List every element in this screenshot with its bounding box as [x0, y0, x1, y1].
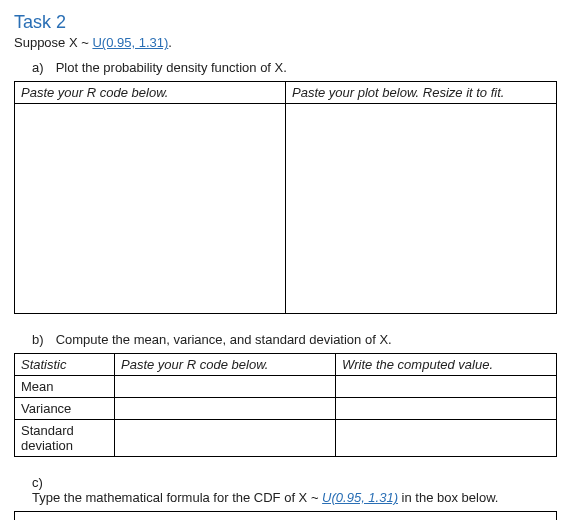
stat-code-cell[interactable] [115, 420, 336, 457]
stat-name: Variance [15, 398, 115, 420]
table-a-plot-cell[interactable] [286, 104, 557, 314]
table-a-header-right: Paste your plot below. Resize it to fit. [286, 82, 557, 104]
item-b-label: b) [32, 332, 52, 347]
item-b-text: Compute the mean, variance, and standard… [56, 332, 392, 347]
stat-name: Mean [15, 376, 115, 398]
table-b: Statistic Paste your R code below. Write… [14, 353, 557, 457]
stat-name: Standard deviation [15, 420, 115, 457]
item-c-label: c) [32, 475, 52, 490]
stat-value-cell[interactable] [336, 420, 557, 457]
item-b: b) Compute the mean, variance, and stand… [32, 332, 557, 347]
item-c-dist-link[interactable]: U(0.95, 1.31) [322, 490, 398, 505]
table-b-col1: Statistic [15, 354, 115, 376]
item-a-text: Plot the probability density function of… [56, 60, 287, 75]
item-c-suffix: in the box below. [398, 490, 498, 505]
item-c-prefix: Type the mathematical formula for the CD… [32, 490, 322, 505]
stat-value-cell[interactable] [336, 376, 557, 398]
suppose-suffix: . [168, 35, 172, 50]
stat-code-cell[interactable] [115, 376, 336, 398]
suppose-line: Suppose X ~ U(0.95, 1.31). [14, 35, 557, 50]
stat-value-cell[interactable] [336, 398, 557, 420]
table-row: Variance [15, 398, 557, 420]
table-b-col2: Paste your R code below. [115, 354, 336, 376]
stat-code-cell[interactable] [115, 398, 336, 420]
table-a: Paste your R code below. Paste your plot… [14, 81, 557, 314]
suppose-prefix: Suppose X ~ [14, 35, 92, 50]
table-a-code-cell[interactable] [15, 104, 286, 314]
table-a-header-left: Paste your R code below. [15, 82, 286, 104]
table-c [14, 511, 557, 520]
table-row: Mean [15, 376, 557, 398]
item-a: a) Plot the probability density function… [32, 60, 557, 75]
table-c-answer-cell[interactable] [15, 512, 557, 521]
item-a-label: a) [32, 60, 52, 75]
table-b-col3: Write the computed value. [336, 354, 557, 376]
task-title: Task 2 [14, 12, 557, 33]
item-c: c) Type the mathematical formula for the… [32, 475, 557, 505]
table-row: Standard deviation [15, 420, 557, 457]
distribution-link[interactable]: U(0.95, 1.31) [92, 35, 168, 50]
